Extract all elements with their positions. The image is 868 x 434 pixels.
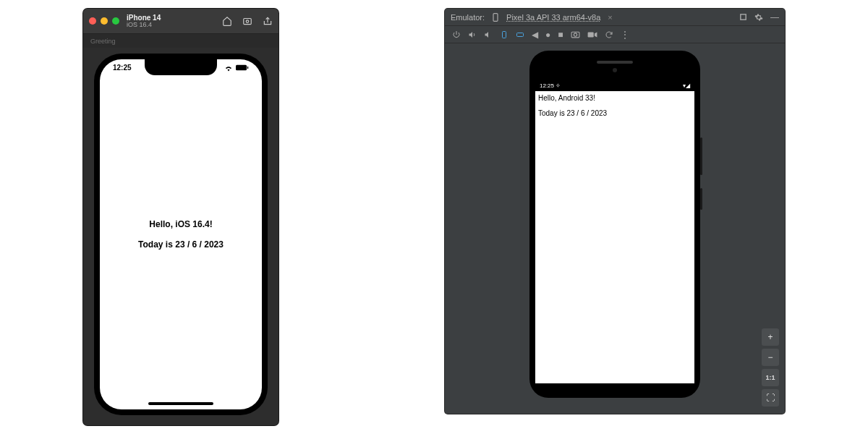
iphone-home-indicator[interactable] [148,402,213,405]
svg-rect-10 [587,32,593,37]
power-icon[interactable] [452,30,461,39]
pixel-screen: 12:25 ✧ ▾◢ Hello, Android 33! Today is 2… [535,80,694,383]
emulator-label: Emulator: [451,13,485,22]
more-icon[interactable]: ⋮ [621,30,629,40]
svg-rect-7 [517,33,524,36]
pixel-frame: 12:25 ✧ ▾◢ Hello, Android 33! Today is 2… [529,51,700,398]
camera-icon[interactable] [571,30,580,38]
close-window-button[interactable] [89,17,96,25]
ios-tab[interactable]: Greeting [90,38,116,45]
svg-rect-6 [503,31,506,38]
ios-os-subtitle: iOS 16.4 [127,22,161,29]
home-nav-icon[interactable]: ● [545,30,550,40]
iphone-notch [145,59,217,75]
android-emulator-window: Emulator: Pixel 3a API 33 arm64-v8a × — [445,9,785,414]
status-time: 12:25 [540,82,554,89]
zoom-out-button[interactable]: − [762,349,779,366]
share-icon[interactable] [263,16,273,26]
volume-up-icon[interactable] [468,30,477,39]
pixel-status-bar: 12:25 ✧ ▾◢ [535,80,694,91]
battery-icon [236,64,249,71]
svg-rect-0 [244,19,252,25]
zoom-fit-button[interactable]: ⛶ [762,389,779,407]
zoom-actual-button[interactable]: 1:1 [762,369,779,386]
status-right-icons: ▾◢ [683,82,690,89]
android-emulator-body: 12:25 ✧ ▾◢ Hello, Android 33! Today is 2… [445,43,785,414]
overview-nav-icon[interactable]: ■ [558,30,563,40]
ios-simulator-body: 12:25 Hello, iOS 16.4! Today is 23 / 6 /… [83,48,278,425]
android-toolbar: ◀ ● ■ ⋮ [445,26,785,43]
reload-icon[interactable] [605,30,613,39]
svg-point-9 [574,33,576,36]
zoom-controls: + − 1:1 ⛶ [762,328,779,407]
ios-titlebar: iPhone 14 iOS 16.4 [83,9,278,33]
android-greeting-text: Hello, Android 33! [538,94,692,102]
ios-tabbar: Greeting [83,33,278,48]
rotate-left-icon[interactable] [500,30,509,39]
android-date-text: Today is 23 / 6 / 2023 [538,109,692,117]
screenshot-icon[interactable] [242,16,252,26]
debug-icon: ✧ [556,82,561,89]
svg-rect-5 [741,14,746,20]
settings-gear-icon[interactable] [754,13,763,22]
ios-simulator-window: iPhone 14 iOS 16.4 Greeting 12:25 [83,9,278,425]
back-nav-icon[interactable]: ◀ [532,30,538,40]
pixel-volume-button[interactable] [700,137,702,175]
wifi-icon [224,64,233,72]
ios-greeting-text: Hello, iOS 16.4! [149,219,212,229]
rotate-right-icon[interactable] [516,30,524,39]
zoom-in-button[interactable]: + [762,328,779,346]
pixel-camera-dot [613,68,617,72]
ios-title-group: iPhone 14 iOS 16.4 [127,14,161,29]
status-time: 12:25 [113,64,132,72]
pixel-power-button[interactable] [700,188,702,210]
zoom-window-button[interactable] [112,17,119,25]
svg-rect-2 [236,65,247,71]
window-traffic-lights [89,17,119,25]
iphone-frame: 12:25 Hello, iOS 16.4! Today is 23 / 6 /… [94,54,268,415]
svg-rect-4 [493,13,498,21]
phone-icon [492,13,499,22]
minimize-window-button[interactable] [101,17,108,25]
emulator-device-name[interactable]: Pixel 3a API 33 arm64-v8a [506,13,600,22]
ios-device-title: iPhone 14 [127,14,161,22]
ios-date-text: Today is 23 / 6 / 2023 [138,239,224,250]
svg-rect-3 [247,67,249,69]
minimize-icon[interactable]: — [770,12,779,22]
window-restore-icon[interactable] [739,13,747,21]
iphone-screen: 12:25 Hello, iOS 16.4! Today is 23 / 6 /… [100,59,262,409]
home-icon[interactable] [222,16,232,26]
volume-down-icon[interactable] [484,30,493,39]
record-icon[interactable] [587,31,597,38]
android-titlebar: Emulator: Pixel 3a API 33 arm64-v8a × — [445,9,785,26]
svg-point-1 [246,20,249,22]
